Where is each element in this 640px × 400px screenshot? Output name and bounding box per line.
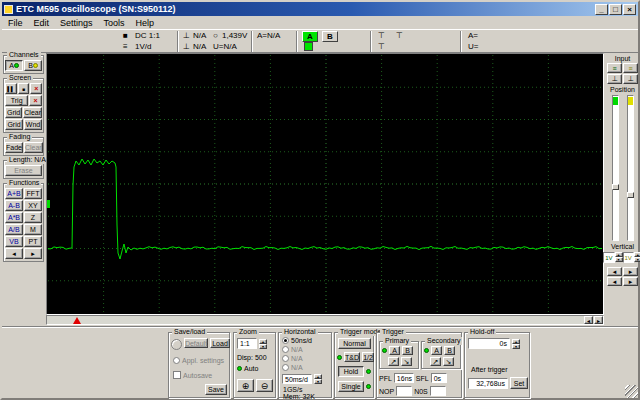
trigger-tee-icon[interactable]: ⊤ <box>378 31 385 41</box>
position-slider-b[interactable] <box>627 95 634 241</box>
trigger-tee-icon-2[interactable]: ⊤ <box>396 31 403 41</box>
trig-button[interactable]: Trig <box>5 95 28 106</box>
zoom-label: Zoom <box>237 328 259 336</box>
maximize-button[interactable]: □ <box>609 4 622 15</box>
horizontal-label: Horizontal <box>282 328 318 336</box>
channel-a-active-indicator[interactable] <box>304 42 313 51</box>
position-slider-a[interactable] <box>612 95 619 241</box>
grid-button[interactable]: Grid <box>5 107 22 118</box>
fn-pt-button[interactable]: PT <box>24 236 42 247</box>
sidebar-channel-b-button[interactable]: B <box>24 60 42 71</box>
horizontal-option-2-label[interactable]: N/A <box>291 346 303 353</box>
erase-button[interactable]: Erase <box>5 165 42 176</box>
minimize-button[interactable]: _ <box>595 4 608 15</box>
zoom-auto-label[interactable]: Auto <box>244 365 258 372</box>
horizontal-option-3-label[interactable]: N/A <box>291 355 303 362</box>
primary-slope-down-button[interactable]: ↘ <box>401 357 412 366</box>
hold-off-down-button[interactable]: ▾ <box>512 344 520 349</box>
close-button[interactable]: × <box>623 4 636 15</box>
primary-b-button[interactable]: B <box>402 346 413 355</box>
fine-adjust-buttons: ◂ ▸ ◂ ▸ <box>605 267 640 286</box>
trigger-position-marker[interactable] <box>73 317 81 324</box>
load-settings-button[interactable]: Load <box>210 338 230 348</box>
secondary-a-button[interactable]: A <box>431 346 442 355</box>
appl-settings-radio[interactable] <box>173 357 180 364</box>
wnd-button[interactable]: Wnd <box>24 119 42 130</box>
zoom-out-button[interactable]: ⊖ <box>256 379 273 392</box>
secondary-slope-down-button[interactable]: ↘ <box>443 357 454 366</box>
scope-display[interactable] <box>46 53 604 315</box>
scroll-right-button[interactable]: ▸ <box>594 316 603 324</box>
fn-m-button[interactable]: M <box>24 224 42 235</box>
adjust-left-b-button[interactable]: ◂ <box>607 277 622 286</box>
pause-button[interactable]: ▌▌ <box>5 83 17 94</box>
input-a-ground-button[interactable]: ⊥ <box>607 74 622 84</box>
horizontal-option-1-radio[interactable] <box>282 337 289 344</box>
default-settings-button[interactable]: Default <box>184 338 208 348</box>
single-button[interactable]: Single <box>338 381 364 392</box>
secondary-b-button[interactable]: B <box>444 346 455 355</box>
channel-a-volts-down-button[interactable]: ▾ <box>615 257 623 262</box>
resize-grip[interactable] <box>625 385 638 398</box>
channel-b-volts-down-button[interactable]: ▾ <box>634 257 640 262</box>
grid-toggle-button[interactable]: Grid <box>5 119 23 130</box>
zoom-ratio-down-button[interactable]: ▾ <box>259 344 267 349</box>
channel-a-toggle[interactable]: A <box>302 31 318 42</box>
input-a-coupling-button[interactable]: ≡ <box>607 63 622 73</box>
half-button[interactable]: 1/2 <box>362 352 374 362</box>
save-settings-button[interactable]: Save <box>205 384 227 395</box>
sidebar-channel-a-button[interactable]: A <box>5 60 23 71</box>
adjust-right-b-button[interactable]: ▸ <box>623 277 638 286</box>
horizontal-option-4-radio[interactable] <box>282 364 289 371</box>
clear-screen-button[interactable]: × <box>30 83 42 94</box>
autosave-checkbox[interactable] <box>173 371 181 379</box>
input-b-ground-button[interactable]: ⊥ <box>623 74 638 84</box>
menu-settings[interactable]: Settings <box>60 18 93 28</box>
horizontal-option-4-label[interactable]: N/A <box>291 364 303 371</box>
nos-value <box>430 386 446 396</box>
clear-button[interactable]: Clear <box>23 107 42 118</box>
scroll-left-button[interactable]: ◂ <box>584 316 593 324</box>
hold-button[interactable]: Hold <box>338 366 364 377</box>
secondary-slope-up-button[interactable]: ↗ <box>430 357 441 366</box>
primary-slope-up-button[interactable]: ↗ <box>388 357 399 366</box>
adjust-right-a-button[interactable]: ▸ <box>623 267 638 276</box>
fn-fft-button[interactable]: FFT <box>24 188 42 199</box>
settings-knob[interactable] <box>171 339 182 350</box>
fn-a-div-b-button[interactable]: A/B <box>5 224 23 235</box>
position-slider-a-handle[interactable] <box>612 184 619 190</box>
stop-button[interactable]: ■ <box>18 83 30 94</box>
zoom-in-button[interactable]: ⊕ <box>237 379 254 392</box>
fn-a-plus-b-button[interactable]: A+B <box>5 188 23 199</box>
fn-vb-button[interactable]: VB <box>5 236 23 247</box>
horizontal-option-2-radio[interactable] <box>282 346 289 353</box>
input-b-coupling-button[interactable]: ≡ <box>623 63 638 73</box>
horizontal-option-1-label[interactable]: 50ns/d <box>291 337 312 344</box>
horizontal-option-3-radio[interactable] <box>282 355 289 362</box>
timebase-down-button[interactable]: ▾ <box>314 379 322 384</box>
menu-help[interactable]: Help <box>136 18 155 28</box>
fn-xy-button[interactable]: XY <box>24 200 42 211</box>
menu-edit[interactable]: Edit <box>34 18 50 28</box>
td-button[interactable]: T&D <box>344 352 360 362</box>
channel-a-position-marker[interactable] <box>47 200 50 208</box>
fade-button[interactable]: Fade <box>5 142 23 153</box>
channel-b-toggle[interactable]: B <box>322 31 338 42</box>
fade-clear-button[interactable]: Clear <box>24 142 43 153</box>
after-trigger-label: After trigger <box>471 366 508 373</box>
fn-z-button[interactable]: Z <box>24 212 42 223</box>
primary-a-button[interactable]: A <box>389 346 400 355</box>
set-button[interactable]: Set <box>510 377 528 389</box>
horizontal-scrollbar[interactable]: ◂ ▸ <box>46 315 604 325</box>
menu-tools[interactable]: Tools <box>104 18 125 28</box>
fn-left-arrow-button[interactable]: ◂ <box>5 248 23 259</box>
trigger-tee-icon-3[interactable]: ⊤ <box>378 42 385 52</box>
fn-a-times-b-button[interactable]: A*B <box>5 212 23 223</box>
adjust-left-a-button[interactable]: ◂ <box>607 267 622 276</box>
trigger-normal-button[interactable]: Normal <box>338 338 371 349</box>
fn-a-minus-b-button[interactable]: A-B <box>5 200 23 211</box>
fn-right-arrow-button[interactable]: ▸ <box>24 248 42 259</box>
menu-file[interactable]: File <box>8 18 23 28</box>
position-slider-b-handle[interactable] <box>627 192 634 198</box>
trig-clear-button[interactable]: × <box>29 95 42 106</box>
